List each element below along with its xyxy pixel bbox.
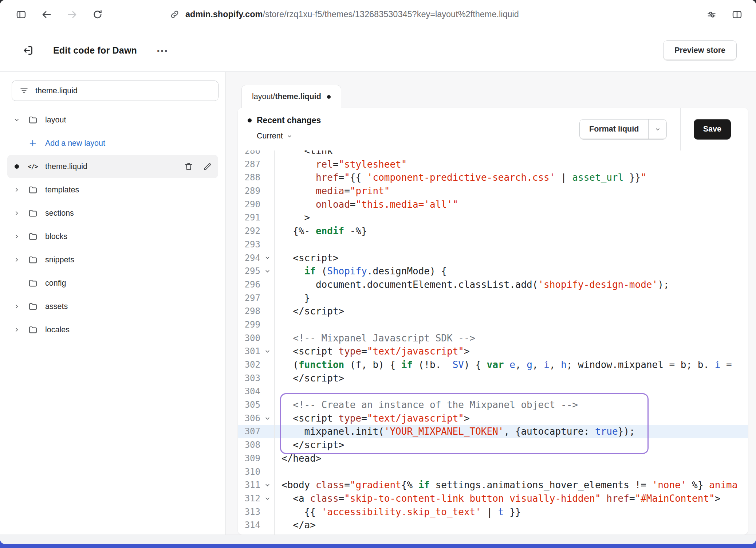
- page-title: Edit code for Dawn: [53, 45, 137, 56]
- folder-icon: [26, 278, 39, 288]
- code-text: [274, 385, 281, 398]
- sidebar-item-snippets[interactable]: snippets: [7, 248, 218, 271]
- code-line-291[interactable]: 291 >: [238, 211, 748, 224]
- sidebar-item-config[interactable]: config: [7, 271, 218, 295]
- folder-label: layout: [45, 116, 66, 125]
- code-line-289[interactable]: 289 media="print": [238, 184, 748, 198]
- line-number: 312: [238, 492, 260, 505]
- code-line-309[interactable]: 309</head>: [238, 452, 748, 465]
- code-line-312[interactable]: 312 <a class="skip-to-content-link butto…: [238, 492, 748, 505]
- code-line-296[interactable]: 296 document.documentElement.classList.a…: [238, 278, 748, 291]
- code-area[interactable]: 286 <link287 rel="stylesheet"288 href="{…: [238, 144, 748, 535]
- code-line-303[interactable]: 303 </script>: [238, 372, 748, 385]
- line-number: 296: [238, 278, 260, 291]
- folder-label: sections: [45, 209, 74, 218]
- code-line-295[interactable]: 295 if (Shopify.designMode) {: [238, 265, 748, 278]
- line-number: 313: [238, 505, 260, 519]
- fold-chevron-icon[interactable]: [260, 345, 274, 358]
- address-bar[interactable]: admin.shopify.com/store/rzq1xu-f5/themes…: [170, 9, 519, 19]
- code-line-308[interactable]: 308 </script>: [238, 438, 748, 452]
- chevron-right-icon[interactable]: [12, 210, 22, 216]
- line-number: 311: [238, 478, 260, 492]
- folder-label: snippets: [45, 255, 74, 265]
- code-line-305[interactable]: 305 <!-- Create an instance of the Mixpa…: [238, 398, 748, 412]
- sidebar-item-blocks[interactable]: blocks: [7, 225, 218, 248]
- code-line-310[interactable]: 310: [238, 465, 748, 479]
- sidebar-toggle-icon[interactable]: [13, 7, 29, 23]
- code-line-307[interactable]: 307 mixpanel.init('YOUR_MIXPANEL_TOKEN',…: [238, 425, 748, 438]
- format-dropdown-chevron-icon[interactable]: [648, 120, 666, 139]
- fold-chevron-icon[interactable]: [260, 251, 274, 265]
- code-line-299[interactable]: 299: [238, 318, 748, 332]
- sidebar-item-theme.liquid[interactable]: </>theme.liquid: [7, 155, 218, 178]
- toolbar-divider: [680, 108, 681, 150]
- preview-store-button[interactable]: Preview store: [663, 40, 737, 60]
- line-number: 310: [238, 465, 260, 479]
- sidebar-item-add-a-new-layout[interactable]: Add a new layout: [7, 132, 218, 155]
- code-text: {{ 'accessibility.skip_to_text' | t }}: [274, 505, 521, 519]
- code-line-311[interactable]: 311<body class="gradient{% if settings.a…: [238, 478, 748, 492]
- split-view-icon[interactable]: [729, 7, 745, 23]
- tab-theme-liquid[interactable]: layout/theme.liquid: [241, 85, 341, 108]
- file-search-input[interactable]: [35, 86, 211, 95]
- edit-icon[interactable]: [203, 162, 212, 171]
- code-text: </script>: [274, 305, 344, 318]
- file-tree: layoutAdd a new layout</>theme.liquidtem…: [0, 107, 225, 341]
- chevron-right-icon[interactable]: [12, 187, 22, 193]
- save-button[interactable]: Save: [694, 119, 731, 140]
- format-liquid-button[interactable]: Format liquid: [579, 119, 667, 140]
- chevron-right-icon[interactable]: [12, 303, 22, 310]
- sidebar-item-templates[interactable]: templates: [7, 178, 218, 201]
- code-line-297[interactable]: 297 }: [238, 291, 748, 305]
- reload-icon[interactable]: [90, 7, 106, 23]
- code-text: <script type="text/javascript">: [274, 345, 470, 358]
- sidebar-item-locales[interactable]: locales: [7, 318, 218, 341]
- back-icon[interactable]: [39, 7, 55, 23]
- folder-label: blocks: [45, 232, 67, 241]
- fold-chevron-icon[interactable]: [260, 478, 274, 492]
- chevron-down-icon[interactable]: [12, 117, 22, 123]
- code-line-302[interactable]: 302 (function (f, b) { if (!b.__SV) { va…: [238, 358, 748, 372]
- code-line-288[interactable]: 288 href="{{ 'component-predictive-searc…: [238, 171, 748, 184]
- chevron-right-icon[interactable]: [12, 257, 22, 263]
- code-line-290[interactable]: 290 onload="this.media='all'": [238, 198, 748, 211]
- line-number: 303: [238, 372, 260, 385]
- line-number: 288: [238, 171, 260, 184]
- sidebar-item-layout[interactable]: layout: [7, 108, 218, 132]
- line-number: 292: [238, 224, 260, 238]
- sidebar-item-assets[interactable]: assets: [7, 295, 218, 318]
- code-line-292[interactable]: 292 {%- endif -%}: [238, 224, 748, 238]
- fold-chevron-icon[interactable]: [260, 492, 274, 505]
- chevron-right-icon[interactable]: [12, 326, 22, 333]
- code-text: <script type="text/javascript">: [274, 412, 470, 425]
- fold-chevron-icon[interactable]: [260, 265, 274, 278]
- code-line-294[interactable]: 294 <script>: [238, 251, 748, 265]
- sidebar-item-sections[interactable]: sections: [7, 201, 218, 225]
- code-line-313[interactable]: 313 {{ 'accessibility.skip_to_text' | t …: [238, 505, 748, 519]
- fold-chevron-icon[interactable]: [260, 412, 274, 425]
- line-number: 287: [238, 158, 260, 171]
- code-line-287[interactable]: 287 rel="stylesheet": [238, 158, 748, 171]
- overflow-menu-icon[interactable]: ...: [157, 45, 168, 56]
- code-line-293[interactable]: 293: [238, 238, 748, 251]
- code-line-300[interactable]: 300 <!-- Mixpanel Javascript SDK -->: [238, 332, 748, 345]
- code-line-306[interactable]: 306 <script type="text/javascript">: [238, 412, 748, 425]
- plus-icon: [26, 139, 39, 148]
- forward-icon[interactable]: [64, 7, 80, 23]
- trash-icon[interactable]: [184, 162, 193, 171]
- version-selector[interactable]: Current: [257, 132, 321, 141]
- code-text: </script>: [274, 438, 344, 452]
- file-search-box[interactable]: [12, 81, 218, 101]
- page-actions-icon[interactable]: [704, 7, 720, 23]
- chevron-right-icon[interactable]: [12, 233, 22, 240]
- code-line-298[interactable]: 298 </script>: [238, 305, 748, 318]
- browser-topbar: admin.shopify.com/store/rzq1xu-f5/themes…: [0, 0, 756, 29]
- code-line-314[interactable]: 314 </a>: [238, 518, 748, 532]
- code-text: href="{{ 'component-predictive-search.cs…: [274, 171, 646, 184]
- line-number: 307: [238, 425, 260, 438]
- exit-icon[interactable]: [20, 42, 36, 58]
- recent-changes-label: Recent changes: [248, 116, 321, 125]
- line-number: 290: [238, 198, 260, 211]
- code-line-304[interactable]: 304: [238, 385, 748, 398]
- code-line-301[interactable]: 301 <script type="text/javascript">: [238, 345, 748, 358]
